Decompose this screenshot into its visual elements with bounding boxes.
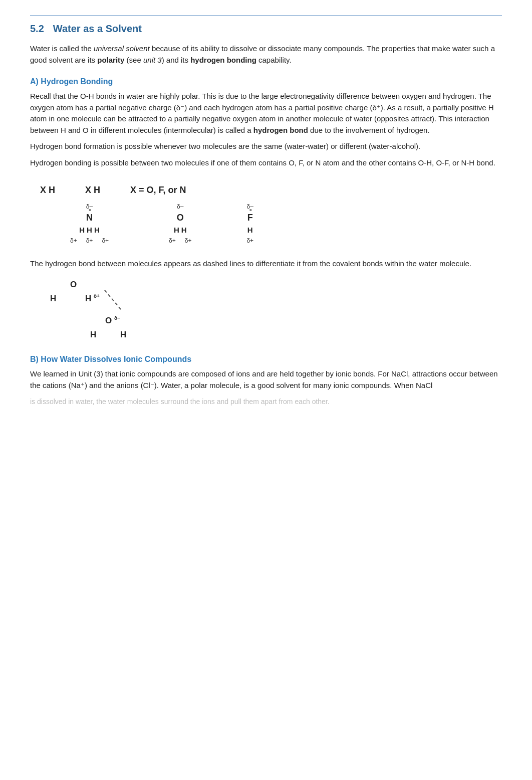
subsection-b-title: B) How Water Dissolves Ionic Compounds — [30, 353, 502, 365]
oxygen-molecule: δ– O H H δ+ δ+ — [169, 202, 191, 245]
n-hydrogens: H H H — [79, 225, 100, 236]
section-title: Water as a Solvent — [53, 21, 142, 36]
water-h1: H — [50, 292, 56, 305]
subsectionB-text: We learned in Unit (3) that ionic compou… — [30, 369, 498, 389]
o-h1: H — [174, 225, 179, 236]
intro-end: capability. — [256, 56, 292, 64]
o-delta-top: δ– — [177, 202, 183, 211]
intro-paragraph: Water is called the universal solvent be… — [30, 43, 502, 66]
subsectionA-para1: Recall that the O-H bonds in water are h… — [30, 91, 502, 136]
n-h1: H — [79, 225, 85, 236]
n-h3: H — [94, 225, 100, 236]
f-h: H — [247, 225, 253, 236]
water-diagram: O H H δ+ O δ– H H — [45, 278, 170, 343]
dashed-line-para: The hydrogen bond between molecules appe… — [30, 258, 502, 270]
subsectionB-para1: We learned in Unit (3) that ionic compou… — [30, 368, 502, 391]
nitrogen-molecule: δ– N H H H δ+ δ+ δ+ — [70, 202, 109, 245]
o-delta-bottom: δ+ δ+ — [169, 236, 191, 245]
o-hydrogens: H H — [174, 225, 187, 236]
n-h2: H — [87, 225, 92, 236]
hydrogen-bonding-bold: hydrogen bonding — [190, 56, 256, 64]
o-h2: H — [181, 225, 187, 236]
xh-label-1: X H — [40, 183, 55, 197]
n-center: N — [86, 211, 93, 225]
xh-label-2: X H — [85, 183, 100, 197]
f-hydrogen: H — [247, 225, 253, 236]
polarity-note: (see — [124, 56, 143, 64]
o-center: O — [177, 211, 184, 225]
unit-italic: unit 3 — [143, 56, 162, 64]
molecules-row: δ– N H H H δ+ δ+ δ+ δ– O H H — [40, 202, 502, 245]
subsection-a-title: A) Hydrogen Bonding — [30, 76, 502, 88]
water-h2-delta: δ+ — [94, 293, 100, 299]
xeq-label: X = O, F, or N — [130, 183, 186, 197]
polarity-note2: ) and its — [162, 56, 191, 64]
f-symbol: F — [247, 211, 253, 225]
f-delta-bottom: δ+ — [246, 236, 253, 245]
fluorine-molecule: δ– F H δ+ — [246, 202, 253, 245]
section-header: 5.2 Water as a Solvent — [30, 15, 502, 36]
xh-diagram: X H X H X = O, F, or N δ– N H H H δ+ δ+ … — [30, 178, 502, 250]
section-number: 5.2 — [30, 21, 44, 36]
subsectionA-para2: Hydrogen bond formation is possible when… — [30, 141, 502, 152]
f-center: F — [247, 211, 253, 225]
water-o2: O δ– — [105, 314, 120, 327]
water-h3: H — [90, 328, 96, 341]
water-h4: H — [120, 328, 126, 341]
subsectionA-para3: Hydrogen bonding is possible between two… — [30, 157, 502, 169]
water-h2: H δ+ — [85, 292, 100, 305]
o-symbol: O — [177, 213, 184, 223]
blurred-paragraph: is dissolved in water, the water molecul… — [30, 396, 502, 408]
hydrogen-bond-bold: hydrogen bond — [253, 126, 308, 134]
intro-italic: universal solvent — [94, 44, 150, 53]
polarity-bold: polarity — [97, 56, 124, 64]
water-o2-delta: δ– — [114, 315, 120, 321]
water-o1: O — [70, 278, 77, 291]
intro-text: Water is called the — [30, 44, 94, 53]
n-delta-bottom: δ+ δ+ δ+ — [70, 236, 109, 245]
para1-end: due to the involvement of hydrogen. — [308, 126, 430, 134]
n-symbol: N — [86, 211, 93, 225]
